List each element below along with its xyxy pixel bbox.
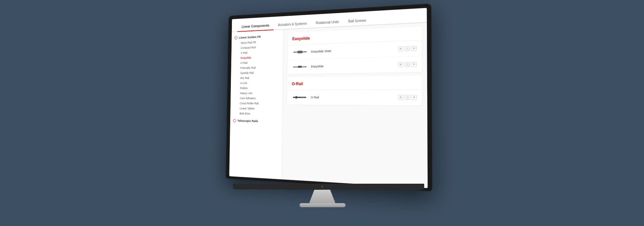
sidebar-item-linear-tables[interactable]: Linear Tables — [237, 106, 283, 111]
product-icon-settings-easyslide-snik[interactable]: ⚙ — [411, 46, 416, 51]
sidebar-item-prismatic[interactable]: Prismatic Rail — [238, 64, 283, 71]
sidebar-item-v-line[interactable]: V-Line — [238, 80, 283, 86]
monitor-base — [299, 203, 345, 207]
section-icon-telescopic — [233, 119, 236, 122]
product-group-easyslide: Easyslide — [287, 27, 422, 74]
product-icon-settings-easyslide[interactable]: ⚙ — [411, 62, 416, 67]
tab-rotational[interactable]: Rotational Units — [311, 17, 343, 28]
product-group-o-rail: O-Rail O-Rail — [287, 76, 422, 105]
product-icon-layers-easyslide-snik[interactable]: ◫ — [405, 46, 410, 51]
tab-linear-components[interactable]: Linear Components — [237, 21, 274, 31]
svg-rect-3 — [297, 50, 302, 53]
easyslide-snik-svg — [293, 48, 307, 55]
sidebar-item-mg-rail[interactable]: MG Rail — [238, 75, 283, 81]
sidebar-item-speedy-rail[interactable]: Speedy Rail — [238, 70, 283, 76]
section-title-telescopic: Telescopic Rails — [237, 119, 258, 123]
product-name-o-rail: O-Rail — [310, 95, 394, 99]
monitor-stand — [309, 189, 335, 203]
sidebar-item-heavy-line[interactable]: Heavy Line — [237, 90, 282, 96]
sidebar-section-telescopic: Telescopic Rails — [230, 118, 282, 124]
product-image-easyslide-snik — [292, 47, 308, 57]
sidebar-item-robloc[interactable]: Robloc — [238, 85, 283, 91]
product-row-o-rail[interactable]: O-Rail ⊞ ◫ ⚙ — [287, 89, 422, 105]
product-name-easyslide-snik: Easyslide SNIK — [311, 47, 395, 53]
product-image-o-rail — [291, 93, 307, 102]
sidebar: Linear Guides FR Mono Rail FR Compact Ra… — [229, 30, 284, 179]
product-image-easyslide — [292, 62, 307, 71]
product-group-title-o-rail: O-Rail — [292, 81, 303, 86]
sidebar-section-header-telescopic[interactable]: Telescopic Rails — [230, 118, 282, 124]
section-icon-linear — [234, 36, 237, 39]
product-icon-grid-easyslide-snik[interactable]: ⊞ — [398, 46, 403, 51]
content-area: Linear Guides FR Mono Rail FR Compact Ra… — [229, 22, 428, 188]
main-content: Easyslide — [282, 22, 428, 188]
sidebar-item-belt-drive[interactable]: Belt drive — [237, 111, 282, 117]
product-icon-grid-easyslide[interactable]: ⊞ — [398, 62, 403, 67]
product-icon-settings-o-rail[interactable]: ⚙ — [411, 95, 417, 100]
product-name-easyslide: Easyslide — [311, 63, 394, 68]
monitor-screen: Linear Components Actuators & Systems Ro… — [229, 8, 428, 188]
product-group-header-o-rail: O-Rail — [287, 76, 422, 90]
tab-ball-screws[interactable]: Ball Screws — [343, 15, 371, 26]
svg-rect-7 — [298, 65, 301, 67]
monitor-chin — [233, 184, 424, 190]
sidebar-section-linear-guides: Linear Guides FR Mono Rail FR Compact Ra… — [230, 33, 283, 116]
sidebar-items-linear: Mono Rail FR Compact Rail X-Rail Easysli… — [230, 39, 283, 117]
o-rail-svg — [292, 94, 306, 101]
product-icon-grid-o-rail[interactable]: ⊞ — [398, 95, 403, 100]
product-icon-layers-o-rail[interactable]: ◫ — [405, 95, 410, 100]
sidebar-item-cross-roller[interactable]: Cross Roller Rail — [237, 101, 282, 106]
product-icons-easyslide: ⊞ ◫ ⚙ — [398, 62, 416, 67]
section-title-linear: Linear Guides FR — [239, 35, 260, 39]
monitor-camera — [321, 185, 323, 187]
product-icons-easyslide-snik: ⊞ ◫ ⚙ — [398, 46, 416, 51]
easyslide-svg — [293, 63, 307, 70]
monitor-wrapper: Linear Components Actuators & Systems Ro… — [218, 9, 426, 217]
tab-actuators[interactable]: Actuators & Systems — [274, 19, 311, 30]
product-group-title-easyslide: Easyslide — [292, 36, 309, 41]
svg-marker-9 — [296, 96, 298, 99]
monitor-frame: Linear Components Actuators & Systems Ro… — [226, 3, 432, 191]
product-icons-o-rail: ⊞ ◫ ⚙ — [398, 95, 416, 100]
product-icon-layers-easyslide[interactable]: ◫ — [405, 62, 410, 67]
sidebar-item-cam-followers[interactable]: Cam followers — [237, 96, 282, 101]
